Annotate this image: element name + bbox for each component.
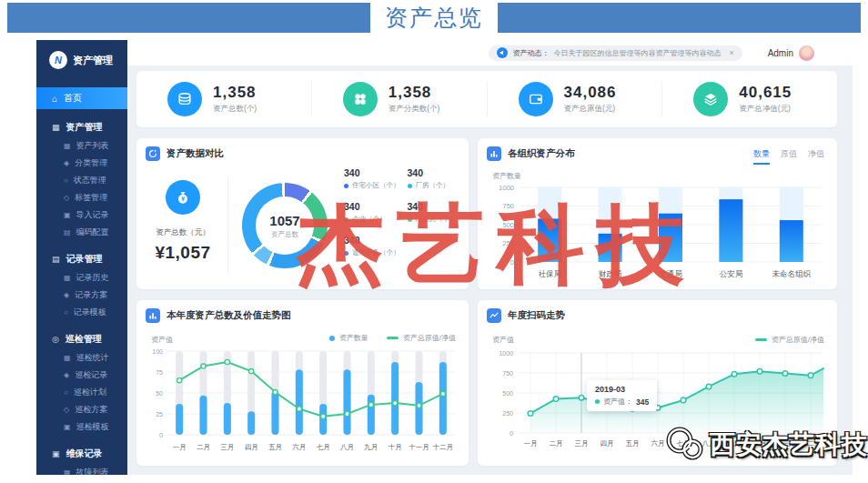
bullet-icon: ▦: [64, 274, 71, 282]
close-icon[interactable]: ×: [729, 48, 733, 57]
bullet-icon: ◇: [64, 406, 69, 414]
bullet-icon: ▦: [64, 142, 71, 150]
panel-head: 各组织资产分布: [487, 146, 575, 161]
sidebar-item-1-1[interactable]: ◈记录方案: [36, 287, 127, 304]
panel-head: 本年度资产总数及价值走势图: [146, 308, 291, 323]
org-tab-1[interactable]: 原值: [781, 148, 797, 165]
svg-text:十一月: 十一月: [775, 439, 796, 448]
sidebar-item-1-2[interactable]: ○记录模板: [36, 304, 127, 321]
org-tab-2[interactable]: 净值: [808, 148, 824, 165]
sidebar-item-home[interactable]: ⌂ 首页: [36, 87, 127, 109]
sidebar-item-2-3[interactable]: ◇巡检方案: [36, 401, 127, 418]
sidebar-item-0-3[interactable]: ◇标签管理: [36, 189, 127, 206]
bar-chart-icon: [146, 308, 160, 323]
trend-legend[interactable]: 资产数量 资产总原值/净值: [329, 333, 456, 343]
sidebar-item-0-5[interactable]: ▤编码配置: [36, 224, 127, 241]
svg-text:九月: 九月: [728, 439, 742, 448]
coins-icon: [167, 82, 202, 116]
sidebar-item-2-0[interactable]: ▦巡检统计: [36, 349, 127, 367]
donut-legend-item-1[interactable]: 340厂房（个）: [408, 167, 463, 190]
svg-text:75: 75: [156, 369, 163, 376]
bullet-icon: ◈: [64, 159, 69, 167]
tooltip-value: 345: [636, 397, 649, 407]
scan-legend[interactable]: 资产总原值/净值: [755, 335, 824, 345]
sidebar-group-2[interactable]: ◎巡检管理: [36, 321, 127, 349]
panel-year-trend: 本年度资产总数及价值走势图 资产值 资产数量 资产总原值/净值 02550751…: [136, 300, 469, 466]
donut-legend-item-3[interactable]: 340门面房（个）: [408, 201, 463, 224]
sidebar-group-3[interactable]: ▣维保记录: [36, 436, 127, 464]
bullet-icon: ○: [64, 388, 68, 397]
banner-bar-right: [498, 3, 861, 33]
sidebar-item-3-0[interactable]: ▦故障列表: [36, 464, 127, 475]
sidebar: N 资产管理 ⌂ 首页 ▦资产管理▦资产列表◈分类管理○状态管理◇标签管理▣导入…: [36, 40, 127, 475]
announcement-icon: [497, 47, 508, 58]
legend-dot: [344, 184, 348, 188]
bullet-icon: ▤: [64, 228, 71, 236]
sidebar-group-1[interactable]: ▤记录管理: [36, 241, 127, 269]
main-content: 资产动态： 今日关于园区的信息管理等内容资产管理等内容动态 × Admin 1,…: [127, 40, 853, 475]
bar-series-label: 资产数量: [339, 333, 368, 343]
org-tab-0[interactable]: 数量: [753, 148, 770, 165]
svg-text:八月: 八月: [702, 439, 716, 448]
maintenance-icon: ▣: [52, 449, 60, 458]
panel-title: 资产数据对比: [167, 147, 224, 160]
inspection-icon: ◎: [52, 335, 59, 344]
money-bag-icon: ¥: [166, 180, 200, 215]
layers-icon: [693, 82, 728, 116]
avatar[interactable]: [799, 45, 814, 61]
app-window: N 资产管理 ⌂ 首页 ▦资产管理▦资产列表◈分类管理○状态管理◇标签管理▣导入…: [36, 40, 853, 475]
panel-head: 年度扫码走势: [487, 308, 565, 323]
sidebar-item-0-0[interactable]: ▦资产列表: [36, 137, 127, 155]
line-chart-icon: [487, 308, 501, 323]
svg-text:750: 750: [502, 370, 513, 377]
bullet-icon: ▣: [64, 211, 71, 219]
y-axis-name: 资产值: [151, 335, 173, 345]
home-icon: ⌂: [52, 94, 57, 104]
sidebar-item-0-2[interactable]: ○状态管理: [36, 172, 127, 189]
sidebar-item-0-4[interactable]: ▣导入记录: [36, 206, 127, 224]
panel-title: 各组织资产分布: [508, 147, 575, 160]
user-name[interactable]: Admin: [768, 48, 793, 58]
svg-text:0: 0: [159, 432, 163, 438]
notice-text: 今日关于园区的信息管理等内容资产管理等内容动态: [553, 48, 721, 58]
svg-text:十二月: 十二月: [801, 439, 822, 448]
sidebar-item-2-4[interactable]: ▣巡检模板: [36, 418, 127, 436]
line-series-swatch: [387, 337, 399, 339]
tooltip-title: 2019-03: [595, 385, 649, 394]
page-title: 资产总览: [385, 3, 483, 33]
y-axis-name: 资产值: [492, 335, 514, 345]
legend-dot: [408, 217, 412, 222]
stats-card: 1,358资产总数(个)1,358资产分类数(个)34,086资产总原值(元)4…: [136, 71, 837, 127]
donut-legend-item-4[interactable]: 340通用设备（个）: [344, 235, 400, 257]
svg-text:三月: 三月: [575, 439, 589, 448]
svg-text:250: 250: [502, 410, 513, 417]
sidebar-item-2-1[interactable]: ◈巡检记录: [36, 367, 127, 384]
divider: [227, 176, 228, 275]
sidebar-item-0-1[interactable]: ◈分类管理: [36, 155, 127, 172]
sidebar-item-1-0[interactable]: ▦记录历史: [36, 269, 127, 287]
legend-dot: [344, 251, 348, 256]
bullet-icon: ◇: [64, 194, 69, 202]
logo-icon: N: [49, 51, 67, 69]
donut-legend-item-2[interactable]: 340企业（个）: [344, 201, 400, 224]
svg-text:25: 25: [156, 411, 163, 418]
donut-center-value: 1057: [269, 213, 299, 228]
notice-label: 资产动态：: [512, 48, 549, 58]
panel-head: 资产数据对比: [146, 146, 224, 161]
sidebar-group-0[interactable]: ▦资产管理: [36, 109, 127, 137]
stat-label: 资产分类数(个): [389, 104, 440, 115]
bullet-icon: ▣: [64, 423, 71, 431]
panel-scan-trend: 年度扫码走势 资产值 资产总原值/净值 02505007501000一月二月三月…: [478, 300, 837, 466]
sidebar-home-label: 首页: [64, 92, 82, 105]
sidebar-item-2-2[interactable]: ○巡检计划: [36, 384, 127, 401]
notice-banner[interactable]: 资产动态： 今日关于园区的信息管理等内容资产管理等内容动态 ×: [489, 45, 742, 61]
svg-text:七月: 七月: [317, 443, 330, 451]
panel-title: 本年度资产总数及价值走势图: [167, 309, 291, 322]
donut-legend-item-0[interactable]: 340住宅小区（个）: [344, 167, 400, 190]
donut-legend: 340住宅小区（个）340厂房（个）340企业（个）340门面房（个）340通用…: [344, 167, 462, 257]
line-series-swatch: [755, 338, 767, 341]
stat-label: 资产总原值(元): [564, 104, 617, 115]
bullet-icon: ◈: [64, 291, 69, 299]
svg-text:750: 750: [502, 202, 514, 210]
legend-dot: [344, 217, 348, 222]
